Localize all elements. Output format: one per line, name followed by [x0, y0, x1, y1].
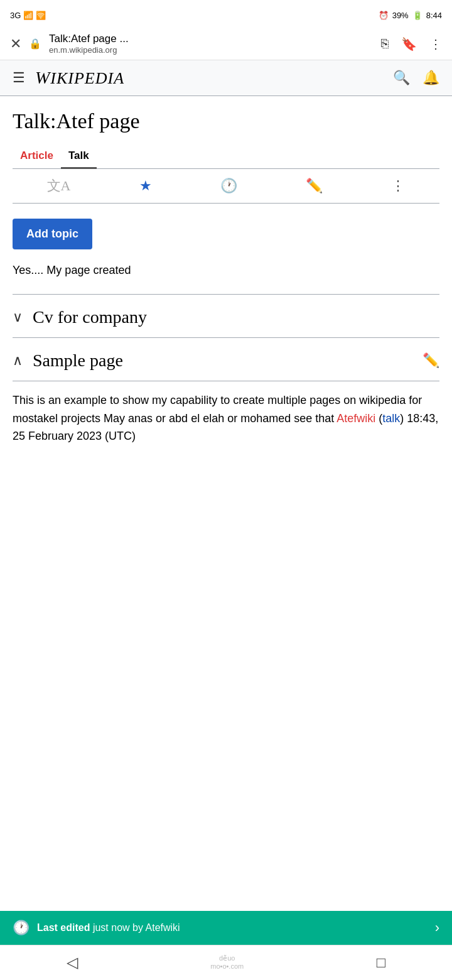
bookmark-icon[interactable]: 🔖: [401, 36, 417, 52]
logo-text: WIKIPEDIA: [35, 68, 124, 87]
talk-link[interactable]: talk: [382, 412, 400, 425]
url-text: en.m.wikipedia.org: [49, 45, 374, 55]
last-edited-bar[interactable]: 🕐 Last edited just now by Atefwiki ›: [0, 911, 452, 945]
section-edit-icon[interactable]: ✏️: [422, 352, 439, 369]
intro-text: Yes.... My page created: [13, 262, 439, 279]
edit-icon[interactable]: ✏️: [306, 178, 323, 194]
toolbar: 文A ★ 🕐 ✏️ ⋮: [13, 169, 439, 204]
more-icon[interactable]: ⋮: [391, 178, 405, 194]
menu-icon[interactable]: ☰: [13, 70, 25, 86]
last-edited-text: Last edited just now by Atefwiki: [37, 922, 180, 934]
author-link[interactable]: Atefwiki: [336, 412, 375, 425]
section-title-cv: Cv for company: [33, 307, 147, 327]
forward-button[interactable]: □: [377, 954, 386, 971]
page-title: Talk:Atef page: [13, 109, 439, 134]
arrow-right-icon: ›: [435, 920, 439, 936]
share-icon[interactable]: ⎘: [381, 36, 389, 51]
cellular-icon: 📶: [23, 11, 33, 20]
url-container: Talk:Atef page ... en.m.wikipedia.org: [49, 33, 374, 55]
wiki-header-right: 🔍 🔔: [393, 70, 439, 86]
signal-icon: 3G: [10, 11, 21, 20]
star-icon[interactable]: ★: [139, 178, 152, 194]
wiki-logo: WIKIPEDIA: [35, 68, 124, 88]
battery-icon: 🔋: [412, 11, 422, 20]
section-title-sample: Sample page: [33, 351, 123, 371]
tab-article[interactable]: Article: [13, 144, 61, 168]
alarm-icon: ⏰: [379, 11, 389, 20]
wiki-header: ☰ WIKIPEDIA 🔍 🔔: [0, 60, 452, 96]
section-sample-page[interactable]: ∧ Sample page ✏️: [13, 337, 439, 381]
wifi-icon: 🛜: [36, 11, 46, 20]
notification-icon[interactable]: 🔔: [422, 70, 439, 86]
search-icon[interactable]: 🔍: [393, 70, 410, 86]
status-left: 3G 📶 🛜: [10, 11, 46, 20]
battery-text: 39%: [392, 11, 409, 20]
page-tab-title: Talk:Atef page ...: [49, 33, 374, 45]
wiki-header-left: ☰ WIKIPEDIA: [13, 68, 124, 88]
close-button[interactable]: ✕: [10, 36, 21, 52]
history-icon[interactable]: 🕐: [220, 178, 237, 194]
add-topic-button[interactable]: Add topic: [13, 219, 92, 249]
tab-talk[interactable]: Talk: [61, 144, 97, 168]
watermark-text: dẽuomo•o•.com: [210, 954, 244, 970]
back-button[interactable]: ◁: [67, 954, 78, 971]
chevron-up-icon: ∧: [13, 352, 23, 369]
more-options-icon[interactable]: ⋮: [429, 36, 442, 52]
time-text: 8:44: [426, 11, 442, 20]
section-cv-for-company[interactable]: ∨ Cv for company: [13, 294, 439, 337]
browser-chrome: ✕ 🔒 Talk:Atef page ... en.m.wikipedia.or…: [0, 28, 452, 60]
translate-icon[interactable]: 文A: [47, 177, 71, 195]
status-right: ⏰ 39% 🔋 8:44: [379, 11, 442, 20]
status-bar: 3G 📶 🛜 ⏰ 39% 🔋 8:44: [0, 0, 452, 28]
page-content: Talk:Atef page Article Talk 文A ★ 🕐 ✏️ ⋮ …: [0, 96, 452, 458]
nav-bar: ◁ dẽuomo•o•.com □: [0, 945, 452, 980]
section-body-sample: This is an example to show my capability…: [13, 381, 439, 458]
section-body-text: This is an example to show my capability…: [13, 391, 439, 445]
browser-actions: ⎘ 🔖 ⋮: [381, 36, 442, 52]
chevron-down-icon: ∨: [13, 309, 23, 325]
tabs-row: Article Talk: [13, 144, 439, 169]
lock-icon: 🔒: [29, 38, 41, 50]
clock-icon: 🕐: [13, 920, 30, 936]
